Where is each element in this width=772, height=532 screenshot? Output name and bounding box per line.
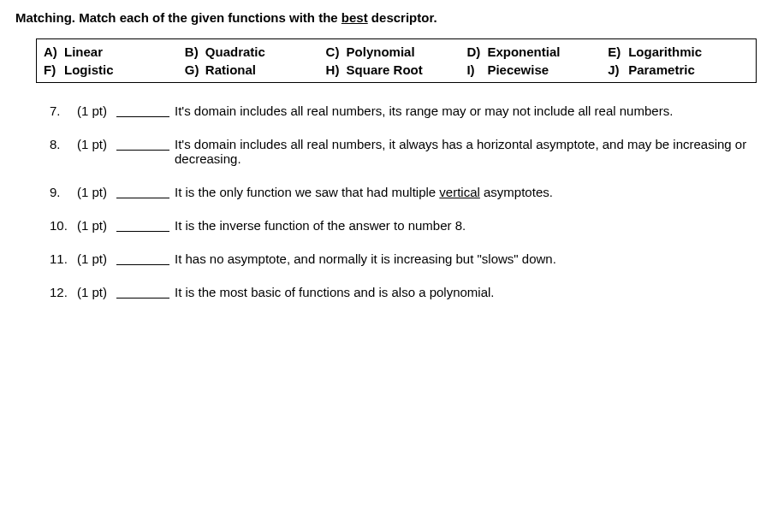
option-letter: F) [44,62,64,77]
option-letter: I) [466,62,487,77]
option-letter: D) [466,44,487,59]
option-h: H) Square Root [326,62,467,77]
option-i: I) Piecewise [466,62,608,77]
answer-blank[interactable] [116,218,169,232]
question-points: (1 pt) [77,103,116,118]
instructions-suffix: descriptor. [368,10,437,25]
option-a: A) Linear [44,44,185,59]
option-j: J) Parametric [608,62,749,77]
option-label: Square Root [347,62,423,77]
question-number: 9. [50,185,77,199]
option-letter: J) [608,62,628,77]
option-letter: E) [608,44,628,59]
option-e: E) Logarithmic [608,44,749,59]
question-text: It is the most basic of functions and is… [175,285,757,299]
answer-blank[interactable] [116,137,169,151]
option-label: Logarithmic [628,44,702,59]
options-row-1: A) Linear B) Quadratic C) Polynomial D) … [37,43,756,61]
question-text-underlined: vertical [439,185,480,199]
question-text: It is the only function we saw that had … [175,185,757,199]
options-row-2: F) Logistic G) Rational H) Square Root I… [37,61,756,79]
option-label: Parametric [628,62,695,77]
question-10: 10. (1 pt) It is the inverse function of… [50,218,757,233]
option-label: Rational [205,62,256,77]
answer-blank[interactable] [116,103,169,117]
instructions-underlined: best [341,10,368,25]
option-label: Piecewise [487,62,549,77]
option-label: Quadratic [205,44,265,59]
question-text-post: asymptotes. [480,185,553,199]
question-number: 8. [50,137,77,151]
instructions-prefix: Matching. Match each of the given functi… [15,10,341,25]
option-label: Linear [64,44,103,59]
question-9: 9. (1 pt) It is the only function we saw… [50,185,757,199]
question-points: (1 pt) [77,218,116,233]
question-list: 7. (1 pt) It's domain includes all real … [15,103,757,299]
option-label: Exponential [487,44,560,59]
option-label: Logistic [64,62,114,77]
answer-blank[interactable] [116,285,169,299]
option-letter: G) [185,62,205,77]
question-number: 12. [50,285,77,299]
option-b: B) Quadratic [185,44,326,59]
question-7: 7. (1 pt) It's domain includes all real … [50,103,757,118]
option-label: Polynomial [347,44,415,59]
option-letter: B) [185,44,205,59]
question-11: 11. (1 pt) It has no asymptote, and norm… [50,251,757,266]
question-number: 10. [50,218,77,233]
question-text-pre: It is the only function we saw that had … [175,185,439,199]
answer-blank[interactable] [116,251,169,265]
question-text: It's domain includes all real numbers, i… [175,103,757,118]
options-box: A) Linear B) Quadratic C) Polynomial D) … [36,38,757,83]
option-c: C) Polynomial [326,44,467,59]
question-points: (1 pt) [77,285,116,299]
option-letter: C) [326,44,347,59]
option-letter: H) [326,62,347,77]
option-letter: A) [44,44,64,59]
instructions: Matching. Match each of the given functi… [15,10,757,25]
question-number: 7. [50,103,77,118]
option-f: F) Logistic [44,62,185,77]
option-d: D) Exponential [466,44,608,59]
question-number: 11. [50,251,77,266]
question-points: (1 pt) [77,185,116,199]
question-8: 8. (1 pt) It's domain includes all real … [50,137,757,166]
question-12: 12. (1 pt) It is the most basic of funct… [50,285,757,299]
question-points: (1 pt) [77,251,116,266]
question-points: (1 pt) [77,137,116,151]
question-text: It is the inverse function of the answer… [175,218,757,233]
question-text: It's domain includes all real numbers, i… [175,137,757,166]
question-text: It has no asymptote, and normally it is … [175,251,757,266]
answer-blank[interactable] [116,185,169,198]
option-g: G) Rational [185,62,326,77]
